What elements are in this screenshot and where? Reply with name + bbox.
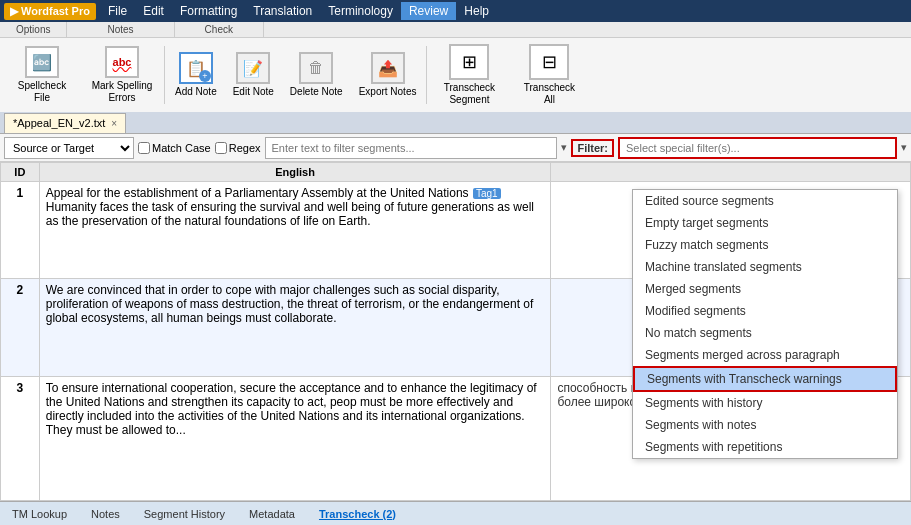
ribbon-tools: 🔤 Spellcheck File abc Mark Spelling Erro…: [0, 38, 911, 112]
tm-lookup-tab[interactable]: TM Lookup: [8, 506, 71, 522]
filter-option-fuzzy-match[interactable]: Fuzzy match segments: [633, 234, 897, 256]
filter-option-modified[interactable]: Modified segments: [633, 300, 897, 322]
filter-option-machine-translated[interactable]: Machine translated segments: [633, 256, 897, 278]
target-column-header: [551, 163, 911, 182]
regex-label: Regex: [215, 142, 261, 154]
transcheck-segment-label: Transcheck Segment: [437, 82, 501, 106]
add-note-label: Add Note: [175, 86, 217, 98]
row-id: 3: [1, 376, 40, 500]
match-case-label: Match Case: [138, 142, 211, 154]
transcheck-tab[interactable]: Transcheck (2): [315, 506, 400, 522]
transcheck-segment-button[interactable]: ⊞ Transcheck Segment: [429, 42, 509, 108]
special-dropdown-arrow: ▾: [901, 141, 907, 154]
add-note-button[interactable]: 📋+ Add Note: [167, 50, 225, 100]
filter-text-input[interactable]: [265, 137, 558, 159]
edit-note-label: Edit Note: [233, 86, 274, 98]
filter-option-edited-source[interactable]: Edited source segments: [633, 190, 897, 212]
segment-history-tab[interactable]: Segment History: [140, 506, 229, 522]
tab-filename: *Appeal_EN_v2.txt: [13, 117, 105, 129]
spellcheck-icon: 🔤: [25, 46, 59, 78]
notes-tab[interactable]: Notes: [87, 506, 124, 522]
row-id: 1: [1, 182, 40, 279]
edit-note-button[interactable]: 📝 Edit Note: [225, 50, 282, 100]
options-section-label: Options: [0, 22, 67, 37]
menu-help[interactable]: Help: [456, 2, 497, 20]
id-column-header: ID: [1, 163, 40, 182]
menubar: ▶ Wordfast Pro File Edit Formatting Tran…: [0, 0, 911, 22]
export-notes-button[interactable]: 📤 Export Notes: [351, 50, 425, 100]
filter-option-no-match[interactable]: No match segments: [633, 322, 897, 344]
export-notes-icon: 📤: [371, 52, 405, 84]
ribbon: Options Notes Check 🔤 Spellcheck File ab…: [0, 22, 911, 112]
main-content-area: ID English 1 Appeal for the establishmen…: [0, 162, 911, 501]
logo-icon: ▶: [10, 5, 18, 17]
filter-option-transcheck-warnings[interactable]: Segments with Transcheck warnings: [633, 366, 897, 392]
dropdown-arrow-text: ▾: [561, 141, 567, 154]
filter-option-merged[interactable]: Merged segments: [633, 278, 897, 300]
delete-note-label: Delete Note: [290, 86, 343, 98]
filter-bar: Source or Target Source Target Match Cas…: [0, 134, 911, 162]
sep-2: [426, 46, 427, 104]
filter-option-repetitions[interactable]: Segments with repetitions: [633, 436, 897, 458]
export-notes-label: Export Notes: [359, 86, 417, 98]
notes-section-label: Notes: [67, 22, 174, 37]
delete-note-button[interactable]: 🗑 Delete Note: [282, 50, 351, 100]
filter-option-merged-paragraph[interactable]: Segments merged across paragraph: [633, 344, 897, 366]
match-case-checkbox[interactable]: [138, 142, 150, 154]
sep-1: [164, 46, 165, 104]
menu-edit[interactable]: Edit: [135, 2, 172, 20]
menu-terminology[interactable]: Terminology: [320, 2, 401, 20]
tab-bar: *Appeal_EN_v2.txt ×: [0, 112, 911, 134]
transcheck-all-label: Transcheck All: [517, 82, 581, 106]
special-filter-dropdown: Edited source segments Empty target segm…: [632, 189, 898, 459]
source-target-select[interactable]: Source or Target Source Target: [4, 137, 134, 159]
row-id: 2: [1, 279, 40, 376]
menu-translation[interactable]: Translation: [245, 2, 320, 20]
transcheck-all-icon: ⊟: [529, 44, 569, 80]
tag-element: Tag1: [473, 188, 501, 199]
edit-note-icon: 📝: [236, 52, 270, 84]
spellcheck-label: Spellcheck File: [10, 80, 74, 104]
metadata-tab[interactable]: Metadata: [245, 506, 299, 522]
file-tab[interactable]: *Appeal_EN_v2.txt ×: [4, 113, 126, 133]
row-english[interactable]: To ensure international cooperation, sec…: [39, 376, 551, 500]
filter-option-history[interactable]: Segments with history: [633, 392, 897, 414]
filter-label: Filter:: [571, 139, 614, 157]
bottom-panel: TM Lookup Notes Segment History Metadata…: [0, 501, 911, 525]
special-filter-input[interactable]: [618, 137, 897, 159]
special-filter-container: [618, 137, 897, 159]
transcheck-all-button[interactable]: ⊟ Transcheck All: [509, 42, 589, 108]
transcheck-segment-icon: ⊞: [449, 44, 489, 80]
menu-file[interactable]: File: [100, 2, 135, 20]
english-column-header: English: [39, 163, 551, 182]
check-section-label: Check: [175, 22, 264, 37]
tab-close-button[interactable]: ×: [111, 118, 117, 129]
app-title: Wordfast Pro: [21, 5, 90, 17]
spellcheck-file-button[interactable]: 🔤 Spellcheck File: [2, 44, 82, 106]
menu-review[interactable]: Review: [401, 2, 456, 20]
filter-option-notes[interactable]: Segments with notes: [633, 414, 897, 436]
ribbon-section-labels: Options Notes Check: [0, 22, 911, 38]
delete-note-icon: 🗑: [299, 52, 333, 84]
mark-spelling-label: Mark Spelling Errors: [90, 80, 154, 104]
regex-checkbox[interactable]: [215, 142, 227, 154]
menu-formatting[interactable]: Formatting: [172, 2, 245, 20]
mark-spelling-icon: abc: [105, 46, 139, 78]
row-english[interactable]: Appeal for the establishment of a Parlia…: [39, 182, 551, 279]
filter-option-empty-target[interactable]: Empty target segments: [633, 212, 897, 234]
mark-spelling-button[interactable]: abc Mark Spelling Errors: [82, 44, 162, 106]
add-note-icon: 📋+: [179, 52, 213, 84]
app-logo[interactable]: ▶ Wordfast Pro: [4, 3, 96, 20]
row-english[interactable]: We are convinced that in order to cope w…: [39, 279, 551, 376]
